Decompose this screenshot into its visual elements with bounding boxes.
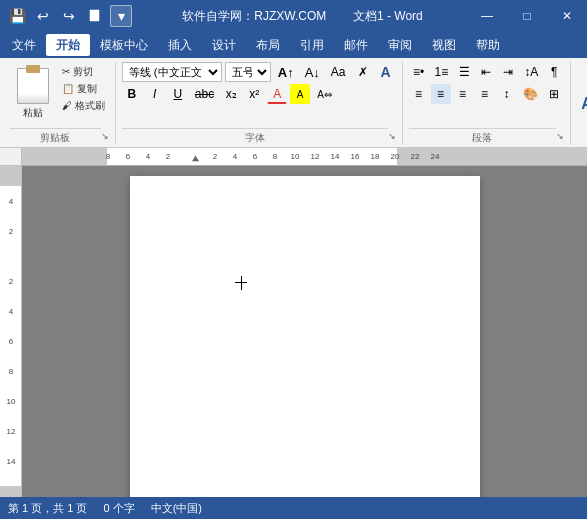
menu-view[interactable]: 视图 [422, 34, 466, 56]
svg-rect-2 [397, 148, 587, 165]
svg-text:6: 6 [126, 153, 130, 162]
subscript-button[interactable]: x₂ [221, 84, 241, 104]
paragraph-group: ≡• 1≡ ☰ ⇤ ⇥ ↕A ¶ ≡ ≡ ≡ ≡ ↕ 🎨 ⊞ [405, 62, 572, 145]
maximize-button[interactable]: □ [507, 0, 547, 32]
align-right-button[interactable]: ≡ [453, 84, 473, 104]
clipboard-expander[interactable]: ↘ [101, 131, 109, 141]
close-button[interactable]: ✕ [547, 0, 587, 32]
sort-button[interactable]: ↕A [520, 62, 542, 82]
align-center-button[interactable]: ≡ [431, 84, 451, 104]
svg-text:4: 4 [146, 153, 151, 162]
justify-button[interactable]: ≡ [475, 84, 495, 104]
svg-text:2: 2 [9, 277, 14, 286]
menu-layout[interactable]: 布局 [246, 34, 290, 56]
svg-text:14: 14 [331, 153, 341, 162]
svg-text:12: 12 [311, 153, 320, 162]
numbering-button[interactable]: 1≡ [431, 62, 453, 82]
svg-text:2: 2 [213, 153, 217, 162]
show-marks-button[interactable]: ¶ [544, 62, 564, 82]
clear-format-button[interactable]: ✗ [353, 62, 373, 82]
svg-text:8: 8 [106, 153, 110, 162]
new-doc-button[interactable] [84, 5, 106, 27]
svg-text:4: 4 [9, 197, 14, 206]
redo-button[interactable]: ↪ [58, 5, 80, 27]
font-dialog-button[interactable]: A [376, 62, 396, 82]
menu-help[interactable]: 帮助 [466, 34, 510, 56]
minimize-button[interactable]: — [467, 0, 507, 32]
clipboard-content: 粘贴 ✂ 剪切 📋 复制 🖌 格式刷 [10, 62, 109, 126]
paste-icon [17, 68, 49, 104]
paragraph-content: ≡• 1≡ ☰ ⇤ ⇥ ↕A ¶ ≡ ≡ ≡ ≡ ↕ 🎨 ⊞ [409, 62, 565, 126]
paste-label: 粘贴 [23, 106, 43, 120]
font-grow-button[interactable]: A↑ [274, 62, 298, 82]
font-content: 等线 (中文正文 五号 A↑ A↓ Aa ✗ A B I U abc [122, 62, 396, 126]
svg-text:2: 2 [166, 153, 170, 162]
svg-text:2: 2 [9, 227, 14, 236]
menu-references[interactable]: 引用 [290, 34, 334, 56]
menu-home[interactable]: 开始 [46, 34, 90, 56]
svg-text:22: 22 [411, 153, 420, 162]
char-spacing-button[interactable]: A⇔ [313, 84, 336, 104]
styles-aa: Aa [573, 62, 587, 145]
svg-text:8: 8 [273, 153, 277, 162]
quick-access-toolbar: 💾 ↩ ↪ ▾ [0, 0, 138, 32]
language: 中文(中国) [151, 501, 202, 516]
underline-button[interactable]: U [168, 84, 188, 104]
menu-mailings[interactable]: 邮件 [334, 34, 378, 56]
menu-file[interactable]: 文件 [2, 34, 46, 56]
status-bar: 第 1 页，共 1 页 0 个字 中文(中国) [0, 497, 587, 519]
menu-review[interactable]: 审阅 [378, 34, 422, 56]
paste-button[interactable]: 粘贴 [10, 62, 56, 126]
strikethrough-button[interactable]: abc [191, 84, 218, 104]
format-painter-button[interactable]: 🖌 格式刷 [58, 98, 109, 114]
svg-text:10: 10 [7, 397, 16, 406]
ruler-area: 8 6 4 2 2 4 6 8 10 12 14 16 18 20 22 [0, 148, 587, 166]
align-left-button[interactable]: ≡ [409, 84, 429, 104]
save-button[interactable]: 💾 [6, 5, 28, 27]
decrease-indent-button[interactable]: ⇤ [476, 62, 496, 82]
italic-button[interactable]: I [145, 84, 165, 104]
menu-insert[interactable]: 插入 [158, 34, 202, 56]
horizontal-ruler: 8 6 4 2 2 4 6 8 10 12 14 16 18 20 22 [22, 148, 587, 166]
ruler-corner [0, 148, 22, 166]
undo-button[interactable]: ↩ [32, 5, 54, 27]
shading-button[interactable]: 🎨 [519, 84, 542, 104]
svg-text:20: 20 [391, 153, 401, 162]
quick-access-dropdown[interactable]: ▾ [110, 5, 132, 27]
font-shrink-button[interactable]: A↓ [301, 62, 324, 82]
svg-text:18: 18 [371, 153, 380, 162]
multilevel-list-button[interactable]: ☰ [454, 62, 474, 82]
para-expander[interactable]: ↘ [556, 131, 564, 141]
bold-button[interactable]: B [122, 84, 142, 104]
ruler-svg: 8 6 4 2 2 4 6 8 10 12 14 16 18 20 22 [22, 148, 587, 165]
line-spacing-button[interactable]: ↕ [497, 84, 517, 104]
cut-button[interactable]: ✂ 剪切 [58, 64, 109, 80]
main-scroll-area: 4 2 2 4 6 8 10 12 14 [0, 166, 587, 497]
highlight-button[interactable]: A [290, 84, 310, 104]
document-page[interactable] [130, 176, 480, 497]
svg-text:10: 10 [291, 153, 301, 162]
svg-text:14: 14 [7, 457, 16, 466]
styles-aa-button[interactable]: Aa [581, 95, 587, 113]
document-area[interactable] [22, 166, 587, 497]
borders-button[interactable]: ⊞ [544, 84, 564, 104]
font-name-select[interactable]: 等线 (中文正文 [122, 62, 222, 82]
font-color-button[interactable]: A [267, 84, 287, 104]
svg-text:8: 8 [9, 367, 14, 376]
menu-template[interactable]: 模板中心 [90, 34, 158, 56]
menu-design[interactable]: 设计 [202, 34, 246, 56]
vertical-ruler: 4 2 2 4 6 8 10 12 14 [0, 166, 22, 497]
superscript-button[interactable]: x² [244, 84, 264, 104]
clipboard-small-buttons: ✂ 剪切 📋 复制 🖌 格式刷 [58, 64, 109, 126]
change-case-button[interactable]: Aa [327, 62, 350, 82]
vertical-ruler-svg: 4 2 2 4 6 8 10 12 14 [0, 166, 22, 497]
increase-indent-button[interactable]: ⇥ [498, 62, 518, 82]
text-cursor [241, 276, 242, 290]
page-info: 第 1 页，共 1 页 [8, 501, 87, 516]
copy-button[interactable]: 📋 复制 [58, 81, 109, 97]
para-row-1: ≡• 1≡ ☰ ⇤ ⇥ ↕A ¶ [409, 62, 565, 82]
font-expander[interactable]: ↘ [388, 131, 396, 141]
font-size-select[interactable]: 五号 [225, 62, 271, 82]
char-count: 0 个字 [103, 501, 134, 516]
bullets-button[interactable]: ≡• [409, 62, 429, 82]
